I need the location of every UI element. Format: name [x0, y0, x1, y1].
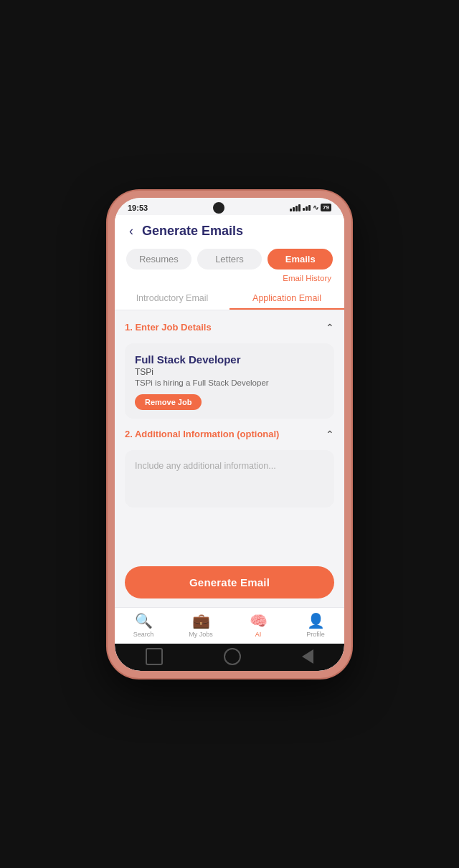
remove-job-button[interactable]: Remove Job: [135, 394, 202, 410]
nav-search-label: Search: [133, 631, 154, 638]
tab-application-email[interactable]: Application Email: [230, 287, 344, 310]
status-time: 19:53: [128, 204, 148, 212]
section1-header: 1. Enter Job Details ⌃: [125, 319, 334, 336]
signal-icon: [290, 204, 301, 211]
header: ‹ Generate Emails: [115, 215, 344, 244]
battery-icon: 79: [321, 204, 331, 211]
ai-brain-icon: 🧠: [250, 612, 268, 629]
tab-introductory-email[interactable]: Introductory Email: [115, 287, 230, 310]
home-bar-area: [115, 644, 344, 671]
generate-email-button[interactable]: Generate Email: [125, 566, 334, 598]
phone-shell: 19:53 ∿ 79: [108, 191, 351, 678]
phone-screen: 19:53 ∿ 79: [115, 198, 344, 671]
section2-title: 2. Additional Information (optional): [125, 429, 279, 439]
section1-title: 1. Enter Job Details: [125, 322, 212, 333]
circle-button[interactable]: [224, 648, 241, 665]
nav-profile[interactable]: 👤 Profile: [287, 612, 344, 638]
job-title: Full Stack Developer: [135, 353, 324, 366]
nav-ai[interactable]: 🧠 AI: [230, 612, 287, 638]
camera-notch: [213, 202, 224, 214]
bottom-nav: 🔍 Search 💼 My Jobs 🧠 AI 👤 Profile: [115, 607, 344, 644]
nav-profile-label: Profile: [306, 631, 325, 638]
status-bar: 19:53 ∿ 79: [115, 198, 344, 215]
job-company: TSPi: [135, 367, 324, 377]
back-button[interactable]: ‹: [126, 222, 136, 240]
job-card: Full Stack Developer TSPi TSPi is hiring…: [125, 343, 334, 419]
email-history-link[interactable]: Email History: [283, 274, 331, 282]
back-triangle-button[interactable]: [302, 649, 313, 664]
briefcase-icon: 💼: [192, 612, 210, 629]
status-icons: ∿ 79: [290, 204, 331, 211]
square-button[interactable]: [146, 648, 163, 665]
page-title: Generate Emails: [142, 224, 243, 239]
email-history-row: Email History: [115, 272, 344, 287]
additional-info-card[interactable]: Include any additional information...: [125, 450, 334, 507]
nav-search[interactable]: 🔍 Search: [115, 612, 172, 638]
section2-chevron[interactable]: ⌃: [326, 429, 334, 440]
nav-ai-label: AI: [255, 631, 262, 638]
tab-letters[interactable]: Letters: [197, 249, 262, 270]
section1-chevron[interactable]: ⌃: [326, 322, 334, 333]
tab-resumes[interactable]: Resumes: [126, 249, 191, 270]
generate-btn-wrap: Generate Email: [115, 559, 344, 607]
additional-placeholder: Include any additional information...: [135, 461, 276, 471]
wifi-icon: ∿: [313, 204, 318, 211]
nav-myjobs-label: My Jobs: [189, 631, 213, 638]
search-icon: 🔍: [135, 612, 153, 629]
app-content: ‹ Generate Emails Resumes Letters Emails…: [115, 215, 344, 644]
section2-header: 2. Additional Information (optional) ⌃: [125, 426, 334, 443]
scroll-content: 1. Enter Job Details ⌃ Full Stack Develo…: [115, 310, 344, 559]
job-description: TSPi is hiring a Full Stack Developer: [135, 378, 324, 387]
sub-tabs: Introductory Email Application Email: [115, 287, 344, 310]
top-tabs: Resumes Letters Emails: [115, 244, 344, 272]
signal-icon-2: [303, 205, 311, 211]
profile-icon: 👤: [307, 612, 325, 629]
tab-emails[interactable]: Emails: [268, 249, 333, 270]
nav-myjobs[interactable]: 💼 My Jobs: [172, 612, 230, 638]
